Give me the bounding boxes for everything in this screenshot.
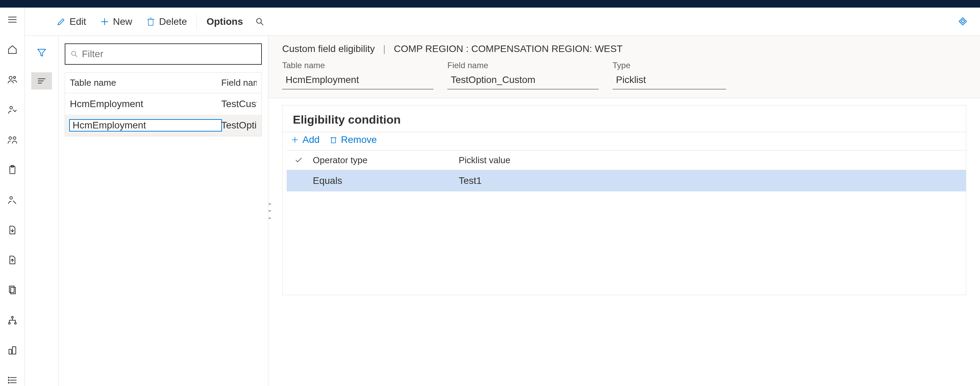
record-list-header: Table name Field name bbox=[65, 73, 261, 93]
clipboard-icon[interactable] bbox=[5, 164, 19, 175]
svg-line-30 bbox=[261, 22, 263, 24]
hdr-label: Table name bbox=[282, 61, 434, 70]
breadcrumb-context: COMP REGION : COMPENSATION REGION: WEST bbox=[394, 43, 623, 54]
org-chart-icon[interactable] bbox=[5, 314, 19, 326]
section-title: Eligibility condition bbox=[283, 105, 966, 132]
document-arrow-icon[interactable] bbox=[5, 224, 19, 236]
edit-button[interactable]: Edit bbox=[49, 12, 93, 32]
select-all-check-icon[interactable] bbox=[286, 156, 311, 164]
delete-label: Delete bbox=[159, 16, 187, 27]
delete-button[interactable]: Delete bbox=[139, 12, 194, 32]
svg-rect-26 bbox=[148, 19, 153, 26]
hdr-field-type: Type Picklist bbox=[612, 61, 726, 89]
svg-point-3 bbox=[9, 77, 12, 80]
splitter-handle[interactable] bbox=[269, 204, 271, 219]
svg-point-6 bbox=[9, 137, 12, 139]
hamburger-icon[interactable] bbox=[5, 14, 19, 25]
section-toolbar: Add Remove bbox=[283, 132, 966, 150]
svg-rect-40 bbox=[331, 138, 336, 143]
person-hand-icon[interactable] bbox=[5, 104, 19, 115]
list-filter-box[interactable] bbox=[65, 43, 262, 65]
toolbar-divider bbox=[196, 14, 197, 30]
hdr-value[interactable]: TestOption_Custom bbox=[447, 72, 599, 89]
col-picklist-value[interactable]: Picklist value bbox=[459, 155, 607, 166]
hdr-field-field-name: Field name TestOption_Custom bbox=[447, 61, 599, 89]
people-icon[interactable] bbox=[5, 74, 19, 85]
options-button[interactable]: Options bbox=[200, 12, 250, 32]
hdr-value[interactable]: HcmEmployment bbox=[282, 72, 434, 89]
home-icon[interactable] bbox=[5, 44, 19, 55]
hdr-value[interactable]: Picklist bbox=[612, 72, 726, 89]
new-label: New bbox=[113, 16, 132, 27]
breadcrumb-page: Custom field eligibility bbox=[282, 43, 375, 54]
col-operator-type[interactable]: Operator type bbox=[311, 155, 459, 166]
app-titlebar bbox=[0, 0, 980, 8]
detail-pane: Custom field eligibility | COMP REGION :… bbox=[269, 36, 980, 386]
nav-rail bbox=[0, 8, 25, 386]
list-icon[interactable] bbox=[5, 375, 19, 386]
svg-point-10 bbox=[10, 196, 13, 199]
remove-label: Remove bbox=[341, 134, 377, 145]
svg-point-22 bbox=[8, 380, 9, 381]
row-field-cell: TestOpti bbox=[221, 120, 257, 131]
filter-strip bbox=[25, 36, 59, 386]
svg-point-5 bbox=[10, 107, 13, 109]
breadcrumb: Custom field eligibility | COMP REGION :… bbox=[282, 43, 966, 54]
svg-rect-17 bbox=[13, 347, 16, 354]
hdr-label: Field name bbox=[447, 61, 599, 70]
diamond-icon[interactable] bbox=[956, 14, 970, 28]
hdr-field-table-name: Table name HcmEmployment bbox=[282, 61, 434, 89]
svg-point-21 bbox=[8, 377, 9, 378]
documents-icon[interactable] bbox=[5, 284, 19, 296]
svg-rect-32 bbox=[961, 19, 965, 23]
action-toolbar: Edit New Delete Options bbox=[25, 8, 980, 36]
svg-point-4 bbox=[13, 77, 16, 78]
people-team-icon[interactable] bbox=[5, 134, 19, 145]
list-filter-input[interactable] bbox=[82, 49, 256, 59]
svg-rect-31 bbox=[959, 18, 966, 25]
eligibility-condition-section: Eligibility condition Add Remove bbox=[282, 105, 966, 295]
building-icon[interactable] bbox=[5, 345, 19, 356]
cell-operator: Equals bbox=[311, 175, 459, 186]
edit-label: Edit bbox=[70, 16, 86, 27]
table-row[interactable]: HcmEmployment TestCust bbox=[65, 93, 261, 115]
breadcrumb-sep: | bbox=[383, 43, 385, 54]
row-table-cell: HcmEmployment bbox=[70, 120, 221, 131]
svg-point-7 bbox=[13, 137, 16, 139]
add-button[interactable]: Add bbox=[291, 134, 320, 145]
svg-line-37 bbox=[75, 55, 78, 57]
col-field-name[interactable]: Field name bbox=[221, 78, 257, 88]
hdr-label: Type bbox=[612, 61, 726, 70]
related-info-icon[interactable] bbox=[31, 72, 52, 89]
svg-point-23 bbox=[8, 383, 9, 384]
table-row[interactable]: HcmEmployment TestOpti bbox=[65, 115, 261, 136]
row-field-cell: TestCust bbox=[221, 99, 257, 110]
detail-header: Custom field eligibility | COMP REGION :… bbox=[269, 36, 980, 98]
remove-button[interactable]: Remove bbox=[329, 134, 377, 145]
condition-row[interactable]: Equals Test1 bbox=[286, 170, 966, 191]
new-button[interactable]: New bbox=[93, 12, 139, 32]
document-arrow2-icon[interactable] bbox=[5, 254, 19, 266]
person-tag-icon[interactable] bbox=[5, 194, 19, 206]
svg-rect-16 bbox=[9, 349, 12, 354]
add-label: Add bbox=[302, 134, 320, 145]
options-label: Options bbox=[207, 16, 243, 27]
search-icon[interactable] bbox=[250, 12, 270, 32]
funnel-icon[interactable] bbox=[31, 44, 52, 61]
record-list-panel: Table name Field name HcmEmployment Test… bbox=[59, 36, 269, 386]
row-table-cell: HcmEmployment bbox=[70, 99, 221, 110]
col-table-name[interactable]: Table name bbox=[70, 78, 221, 88]
condition-grid-header: Operator type Picklist value bbox=[286, 150, 966, 170]
record-list-table: Table name Field name HcmEmployment Test… bbox=[65, 72, 262, 136]
condition-grid: Operator type Picklist value Equals Test… bbox=[283, 150, 966, 295]
cell-picklist: Test1 bbox=[459, 175, 607, 186]
